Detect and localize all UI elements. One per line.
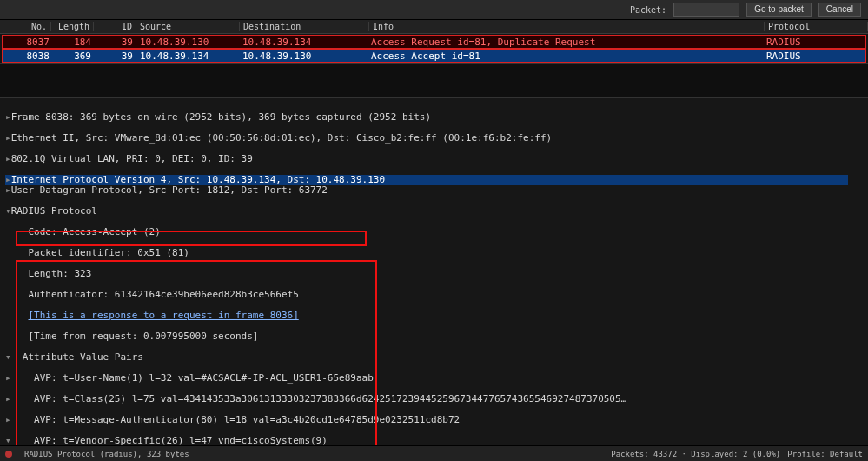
- radius-len: Length: 323: [5, 269, 868, 279]
- col-dst[interactable]: Destination: [240, 22, 369, 31]
- radius-code: Code: Access-Accept (2): [5, 227, 868, 237]
- packet-list-empty-area: [0, 63, 868, 98]
- radius-pktid: Packet identifier: 0x51 (81): [5, 248, 868, 258]
- col-id[interactable]: ID: [94, 22, 136, 31]
- tree-vlan[interactable]: 802.1Q Virtual LAN, PRI: 0, DEI: 0, ID: …: [5, 154, 868, 164]
- tree-eth[interactable]: Ethernet II, Src: VMware_8d:01:ec (00:50…: [5, 133, 868, 144]
- packet-list-header: No. Length ID Source Destination Info Pr…: [0, 20, 868, 34]
- record-indicator-icon: [5, 451, 12, 458]
- avp-vs1[interactable]: AVP: t=Vendor-Specific(26) l=47 vnd=cisc…: [5, 436, 868, 445]
- packet-row-selected[interactable]: 8038 369 39 10.48.39.134 10.48.39.130 Ac…: [2, 49, 866, 63]
- col-proto[interactable]: Protocol: [765, 22, 868, 31]
- avp-class[interactable]: AVP: t=Class(25) l=75 val=434143533a3061…: [5, 394, 868, 404]
- tree-avp[interactable]: Attribute Value Pairs: [5, 352, 868, 363]
- packet-details-pane[interactable]: Frame 8038: 369 bytes on wire (2952 bits…: [0, 98, 868, 445]
- avp-user[interactable]: AVP: t=User-Name(1) l=32 val=#ACSACL#-IP…: [5, 373, 868, 384]
- packet-input[interactable]: [673, 3, 739, 17]
- go-to-packet-button[interactable]: Go to packet: [746, 3, 812, 17]
- radius-time: [Time from request: 0.007995000 seconds]: [5, 331, 868, 342]
- tree-radius[interactable]: RADIUS Protocol: [5, 206, 868, 217]
- tree-frame[interactable]: Frame 8038: 369 bytes on wire (2952 bits…: [5, 112, 868, 123]
- packet-list[interactable]: 8037 184 39 10.48.39.130 10.48.39.134 Ac…: [0, 34, 868, 63]
- cancel-button[interactable]: Cancel: [818, 3, 861, 17]
- radius-respto[interactable]: [This is a response to a request in fram…: [5, 311, 868, 321]
- col-len[interactable]: Length: [51, 22, 94, 31]
- top-toolbar: Packet: Go to packet Cancel: [0, 0, 868, 20]
- radius-auth: Authenticator: 61342164ce39be06eed828b3c…: [5, 290, 868, 300]
- packet-label: Packet:: [630, 5, 666, 15]
- col-info[interactable]: Info: [369, 22, 765, 31]
- col-src[interactable]: Source: [136, 22, 240, 31]
- col-no[interactable]: No.: [0, 22, 51, 31]
- tree-udp[interactable]: User Datagram Protocol, Src Port: 1812, …: [5, 185, 868, 196]
- status-packets: Packets: 43372 · Displayed: 2 (0.0%): [611, 450, 780, 458]
- status-profile: Profile: Default: [787, 450, 863, 458]
- status-bar: RADIUS Protocol (radius), 323 bytes Pack…: [0, 445, 868, 461]
- app-window: Packet: Go to packet Cancel No. Length I…: [0, 0, 868, 461]
- avp-msgauth[interactable]: AVP: t=Message-Authenticator(80) l=18 va…: [5, 415, 868, 425]
- packet-row[interactable]: 8037 184 39 10.48.39.130 10.48.39.134 Ac…: [2, 35, 866, 49]
- status-proto: RADIUS Protocol (radius), 323 bytes: [24, 450, 189, 458]
